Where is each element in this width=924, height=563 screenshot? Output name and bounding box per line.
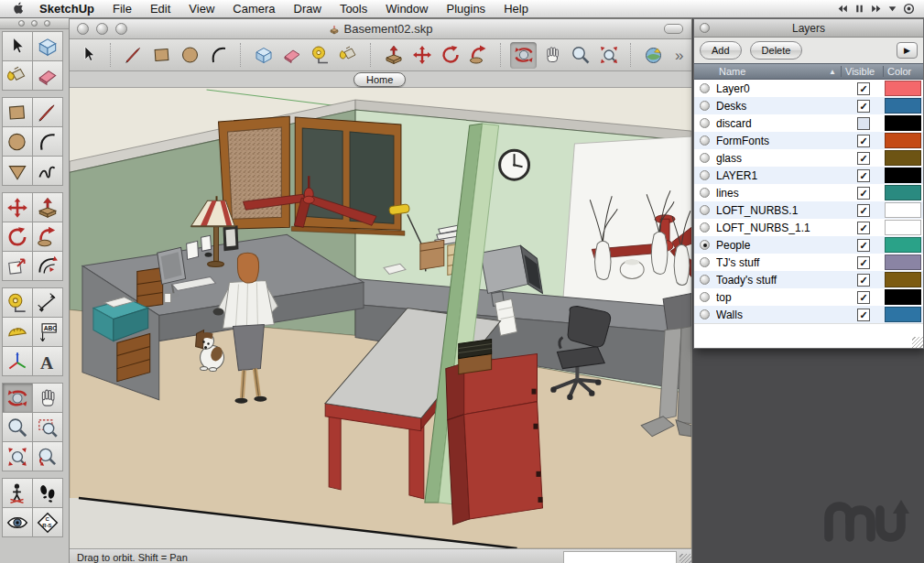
menu-item-file[interactable]: File (103, 2, 141, 16)
toolbar-line-button[interactable] (120, 42, 147, 69)
tool-polygon-button[interactable] (2, 156, 33, 186)
layer-radio[interactable] (700, 275, 710, 285)
layer-row-LOFT_NURBS.1[interactable]: LOFT_NURBS.1✓ (694, 201, 923, 219)
menu-item-window[interactable]: Window (376, 2, 437, 16)
toolbar-arc-button[interactable] (205, 42, 232, 69)
flyout-arrow-icon[interactable]: ▶ (897, 42, 918, 59)
menu-item-plugins[interactable]: Plugins (437, 2, 495, 16)
layer-visible-checkbox[interactable]: ✓ (857, 274, 870, 287)
tool-follow-me-button[interactable] (32, 222, 63, 252)
layer-radio[interactable] (700, 222, 710, 233)
layer-visible-checkbox[interactable]: ✓ (857, 204, 870, 217)
layer-radio[interactable] (700, 240, 710, 250)
tool-3d-text-button[interactable]: A (32, 346, 63, 376)
column-color[interactable]: Color (883, 66, 923, 77)
layer-radio[interactable] (700, 83, 710, 93)
tool-select-button[interactable] (2, 31, 33, 61)
layer-color-swatch[interactable] (885, 168, 921, 183)
tool-eraser-button[interactable] (32, 60, 63, 91)
menu-item-edit[interactable]: Edit (141, 2, 179, 16)
menu-item-help[interactable]: Help (495, 2, 538, 16)
tool-arc-button[interactable] (32, 126, 63, 157)
layer-row-Toady's stuff[interactable]: Toady's stuff✓ (694, 271, 923, 288)
layer-color-swatch[interactable] (885, 307, 921, 322)
toolbar-zoom-button[interactable] (567, 42, 593, 69)
add-layer-button[interactable]: Add (700, 41, 742, 60)
layer-color-swatch[interactable] (885, 98, 921, 114)
toolbar-orbit-button[interactable] (510, 42, 537, 69)
layer-row-glass[interactable]: glass✓ (694, 149, 923, 167)
menu-item-draw[interactable]: Draw (285, 2, 331, 16)
layer-visible-checkbox[interactable]: ✓ (857, 187, 870, 200)
toolbar-zoom-extents-button[interactable] (595, 42, 622, 69)
toolbar-rotate-button[interactable] (437, 42, 463, 69)
delete-layer-button[interactable]: Delete (750, 41, 803, 60)
palette-minimize-button[interactable] (31, 20, 38, 27)
zoom-button[interactable] (115, 23, 127, 35)
layer-radio[interactable] (700, 101, 710, 111)
tool-section-plane-button[interactable]: CR-S (32, 507, 63, 537)
layer-row-FormFonts[interactable]: FormFonts✓ (694, 132, 923, 149)
column-name[interactable]: Name ▲ (694, 66, 841, 77)
layer-color-swatch[interactable] (885, 272, 921, 287)
layer-visible-checkbox[interactable]: ✓ (857, 222, 870, 234)
toolbar-rectangle-button[interactable] (148, 42, 175, 69)
layer-radio[interactable] (700, 170, 710, 180)
layer-visible-checkbox[interactable]: ✓ (857, 82, 870, 95)
layer-radio[interactable] (700, 257, 710, 267)
layer-row-lines[interactable]: lines✓ (694, 184, 923, 201)
tool-orbit-button[interactable] (2, 383, 33, 413)
toolbar-move-button[interactable] (408, 42, 435, 69)
tool-position-camera-button[interactable] (2, 478, 33, 508)
toolbar-select-button[interactable] (75, 42, 102, 69)
layer-row-Walls[interactable]: Walls✓ (694, 306, 923, 323)
viewport[interactable] (70, 88, 691, 548)
layer-color-swatch[interactable] (885, 115, 921, 131)
palette-close-button[interactable] (18, 20, 25, 27)
layer-radio[interactable] (700, 205, 710, 215)
layer-radio[interactable] (700, 118, 710, 128)
toolbar-tape-measure-button[interactable] (307, 42, 333, 69)
layer-row-top[interactable]: top✓ (694, 288, 923, 306)
palette-zoom-button[interactable] (44, 20, 50, 27)
tool-palette-titlebar[interactable] (0, 18, 69, 29)
dropdown-triangle-icon[interactable] (886, 3, 898, 15)
tool-pan-button[interactable] (32, 383, 63, 413)
window-resize-grip[interactable] (679, 554, 691, 563)
menu-item-tools[interactable]: Tools (331, 2, 376, 16)
layer-color-swatch[interactable] (885, 220, 921, 235)
measurements-box[interactable] (563, 551, 677, 563)
scene-tab-home[interactable]: Home (353, 72, 406, 87)
menu-item-view[interactable]: View (179, 2, 223, 16)
layers-close-button[interactable] (700, 23, 710, 33)
window-titlebar[interactable]: Basement02.skp (70, 19, 691, 39)
layer-color-swatch[interactable] (885, 289, 921, 305)
close-button[interactable] (77, 23, 89, 35)
fast-forward-icon[interactable] (870, 3, 882, 15)
toolbar-circle-button[interactable] (177, 42, 203, 69)
layer-row-LAYER1[interactable]: LAYER1✓ (694, 167, 923, 184)
tool-push-pull-button[interactable] (32, 192, 63, 222)
layer-color-swatch[interactable] (885, 133, 921, 148)
layer-visible-checkbox[interactable]: ✓ (857, 239, 870, 252)
rewind-icon[interactable] (837, 3, 849, 15)
toolbar-eraser-button[interactable] (278, 42, 305, 69)
layer-color-swatch[interactable] (885, 202, 921, 218)
layer-color-swatch[interactable] (885, 237, 921, 253)
layer-row-Layer0[interactable]: Layer0✓ (694, 80, 923, 97)
layer-visible-checkbox[interactable] (857, 117, 870, 130)
toolbar-make-component-button[interactable] (250, 42, 277, 69)
tool-protractor-button[interactable] (2, 317, 33, 347)
tool-zoom-button[interactable] (2, 412, 33, 442)
tool-text-button[interactable]: ABC (32, 317, 63, 347)
layer-radio[interactable] (700, 188, 710, 198)
toolbar-push-pull-button[interactable] (380, 42, 407, 69)
pause-icon[interactable] (853, 3, 865, 15)
minimize-button[interactable] (96, 23, 108, 35)
column-visible[interactable]: Visible (841, 66, 883, 77)
layer-radio[interactable] (700, 309, 710, 319)
tool-rectangle-button[interactable] (2, 97, 33, 127)
tool-walk-button[interactable] (32, 478, 63, 508)
toolbar-pan-button[interactable] (538, 42, 565, 69)
layer-row-Desks[interactable]: Desks✓ (694, 97, 923, 114)
